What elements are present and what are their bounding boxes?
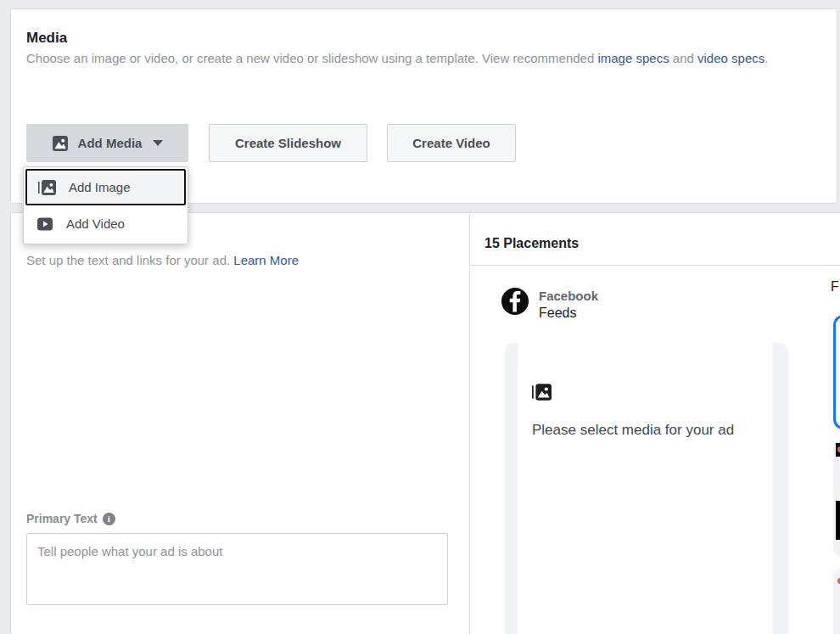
preview-empty-state: Please select media for your ad — [518, 343, 773, 634]
add-media-button[interactable]: Add Media — [26, 124, 188, 162]
menu-item-add-image-label: Add Image — [69, 180, 131, 194]
format-thumbnail-story[interactable] — [833, 568, 840, 634]
menu-item-add-video[interactable]: Add Video — [25, 205, 186, 242]
chevron-down-icon — [153, 140, 163, 146]
image-icon — [532, 383, 773, 401]
video-specs-link[interactable]: video specs — [697, 51, 764, 65]
description-text: Choose an image or video, or create a ne… — [26, 51, 597, 65]
info-icon[interactable]: i — [103, 513, 115, 525]
primary-text-label: Primary Text i — [26, 512, 115, 525]
create-video-button-label: Create Video — [412, 136, 490, 150]
description-period: . — [764, 51, 768, 65]
ads-manager-media-screen: { "colors": { "link_blue": "#385898", "s… — [0, 0, 840, 634]
placement-heading: Facebook Feeds — [501, 288, 598, 322]
create-slideshow-button-label: Create Slideshow — [235, 136, 341, 150]
facebook-logo-icon — [501, 288, 529, 315]
placement-surface-label: Feeds — [539, 304, 598, 322]
clipped-placement-label: F — [831, 279, 839, 295]
media-section-description: Choose an image or video, or create a ne… — [26, 51, 768, 65]
image-icon — [52, 135, 69, 152]
format-thumbnail-selected[interactable] — [833, 315, 840, 429]
image-icon — [38, 179, 56, 196]
create-video-button[interactable]: Create Video — [387, 124, 516, 162]
primary-text-input[interactable] — [26, 533, 448, 605]
description-and: and — [669, 51, 697, 65]
placements-preview-panel: 15 Placements Facebook Feeds — [469, 213, 840, 634]
learn-more-link[interactable]: Learn More — [233, 253, 299, 267]
placement-network-label: Facebook — [539, 288, 598, 304]
image-specs-link[interactable]: image specs — [597, 51, 669, 65]
ad-setup-panel: Set up the text and links for your ad. L… — [11, 213, 469, 634]
create-slideshow-button[interactable]: Create Slideshow — [209, 124, 367, 162]
ad-setup-intro: Set up the text and links for your ad. L… — [26, 253, 299, 267]
placement-heading-text: Facebook Feeds — [539, 288, 598, 322]
add-media-dropdown-menu: Add Image Add Video — [23, 166, 188, 244]
ad-setup-intro-text: Set up the text and links for your ad. — [26, 253, 230, 267]
format-thumbnail-video[interactable] — [833, 439, 840, 558]
divider — [470, 265, 840, 266]
media-section-title: Media — [26, 30, 67, 47]
preview-right-rail — [773, 343, 788, 634]
placements-count-header: 15 Placements — [484, 236, 579, 251]
preview-left-rail — [505, 343, 518, 634]
feed-ad-preview[interactable]: Please select media for your ad — [505, 343, 788, 634]
thumbnail-media-block — [836, 501, 840, 540]
add-media-button-label: Add Media — [78, 136, 143, 150]
ad-setup-card: Set up the text and links for your ad. L… — [10, 212, 840, 634]
menu-item-add-video-label: Add Video — [66, 216, 125, 231]
primary-text-label-text: Primary Text — [26, 512, 98, 525]
preview-empty-message: Please select media for your ad — [532, 422, 773, 439]
video-play-icon — [36, 216, 53, 233]
menu-item-add-image[interactable]: Add Image — [25, 169, 186, 205]
